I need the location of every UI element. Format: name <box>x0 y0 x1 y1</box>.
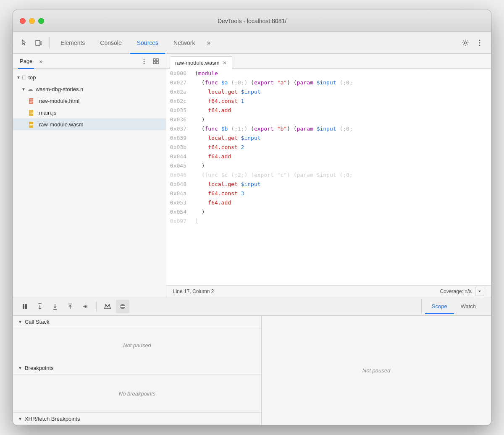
svg-text:JS: JS <box>30 112 33 115</box>
code-line-12: 0x046 (func $c (;2;) (export "c") (param… <box>166 170 491 180</box>
svg-rect-11 <box>156 59 158 61</box>
bottom-panel: Scope Watch ▼ Call Stack N <box>13 297 491 425</box>
debug-separator-1 <box>96 301 97 312</box>
status-right: Coverage: n/a <box>440 287 484 296</box>
tree-item-top[interactable]: ▼ □ top <box>13 71 166 83</box>
svg-point-9 <box>144 63 145 64</box>
code-line-5: 0x035 f64.add <box>166 106 491 115</box>
blackbox-btn[interactable] <box>101 300 114 313</box>
step-out-btn[interactable] <box>63 300 77 313</box>
call-stack-content: Not paused <box>13 328 261 362</box>
svg-rect-13 <box>156 62 158 64</box>
step-into-btn[interactable] <box>48 300 62 313</box>
svg-rect-1 <box>36 40 40 46</box>
panel-header-icons <box>139 56 161 66</box>
debug-right-tabs: Scope Watch <box>421 299 486 314</box>
svg-rect-12 <box>153 62 155 64</box>
main-toolbar: Elements Console Sources Network » <box>13 32 491 54</box>
deactivate-breakpoints-btn[interactable] <box>116 300 129 313</box>
svg-point-8 <box>144 60 145 62</box>
code-line-13: 0x048 local.get $input <box>166 180 491 189</box>
left-panel: Page » <box>13 54 166 297</box>
svg-point-7 <box>144 58 145 60</box>
devtools-window: DevTools - localhost:8081/ Elements Cons… <box>13 10 491 425</box>
tree-item-js[interactable]: JS main.js <box>13 107 166 118</box>
scope-content: Not paused <box>262 316 491 425</box>
pause-btn[interactable] <box>18 300 32 313</box>
code-line-15: 0x053 f64.add <box>166 198 491 207</box>
traffic-lights <box>20 18 44 24</box>
tree-item-wasm[interactable]: WM raw-module.wasm <box>13 118 166 130</box>
close-tab-btn[interactable]: ✕ <box>223 60 227 66</box>
debug-toolbar: Scope Watch <box>13 297 491 316</box>
svg-point-6 <box>479 45 480 46</box>
xhr-breakpoints-header[interactable]: ▼ XHR/fetch Breakpoints <box>13 412 261 425</box>
svg-point-4 <box>479 39 480 41</box>
coverage-status: Coverage: n/a <box>440 288 472 294</box>
device-toggle-btn[interactable] <box>32 37 45 49</box>
close-button[interactable] <box>20 18 26 24</box>
toolbar-right <box>459 37 486 49</box>
code-line-9: 0x03b f64.const 2 <box>166 143 491 152</box>
wasm-file-icon: WM <box>28 121 35 128</box>
svg-marker-19 <box>478 291 481 292</box>
frame-icon: □ <box>22 74 26 81</box>
more-options-btn[interactable] <box>473 37 486 49</box>
panel-more-btn[interactable] <box>139 56 149 66</box>
bottom-right-panel: Not paused <box>262 316 491 425</box>
tree-item-html[interactable]: raw-module.html <box>13 95 166 107</box>
title-bar: DevTools - localhost:8081/ <box>13 10 491 32</box>
scope-tab[interactable]: Scope <box>425 299 454 314</box>
tab-elements[interactable]: Elements <box>54 32 92 54</box>
right-panel: raw-module.wasm ✕ 0x000 (module <box>166 54 491 297</box>
breakpoints-header[interactable]: ▼ Breakpoints <box>13 362 261 375</box>
cursor-position: Line 17, Column 2 <box>173 288 214 294</box>
more-tabs-btn[interactable]: » <box>203 39 214 47</box>
svg-rect-20 <box>23 304 24 309</box>
tab-network[interactable]: Network <box>167 32 202 54</box>
code-line-10: 0x044 f64.add <box>166 152 491 161</box>
content-area: Page » <box>13 54 491 297</box>
svg-rect-2 <box>40 42 42 45</box>
svg-rect-21 <box>25 304 27 309</box>
page-tab[interactable]: Page <box>18 54 34 69</box>
code-line-3: 0x02a local.get $input <box>166 87 491 97</box>
tab-sources[interactable]: Sources <box>130 32 165 54</box>
code-line-6: 0x036 ) <box>166 115 491 124</box>
minimize-button[interactable] <box>29 18 35 24</box>
code-line-16: 0x054 ) <box>166 207 491 217</box>
breakpoints-arrow: ▼ <box>18 366 22 370</box>
js-file-icon: JS <box>28 109 35 116</box>
code-line-11: 0x045 ) <box>166 161 491 170</box>
breakpoints-content: No breakpoints <box>13 375 261 412</box>
svg-rect-10 <box>153 59 155 61</box>
code-tab-wasm[interactable]: raw-module.wasm ✕ <box>170 56 232 69</box>
window-title: DevTools - localhost:8081/ <box>218 18 286 24</box>
code-editor[interactable]: 0x000 (module 0x027 (func $a (;0;) (expo… <box>166 69 491 285</box>
call-stack-header[interactable]: ▼ Call Stack <box>13 316 261 328</box>
cursor-icon-btn[interactable] <box>18 37 31 49</box>
step-over-btn[interactable] <box>33 300 47 313</box>
left-panel-header: Page » <box>13 54 166 69</box>
coverage-dropdown-btn[interactable] <box>475 287 484 296</box>
code-line-2: 0x027 (func $a (;0;) (export "a") (param… <box>166 78 491 87</box>
code-line-8: 0x039 local.get $input <box>166 134 491 143</box>
watch-tab[interactable]: Watch <box>454 299 483 314</box>
settings-btn[interactable] <box>459 37 472 49</box>
toolbar-separator-1 <box>49 37 50 49</box>
more-panel-tabs-btn[interactable]: » <box>36 58 46 65</box>
code-line-17: 0x097 ) <box>166 217 491 226</box>
fullscreen-button[interactable] <box>38 18 44 24</box>
step-btn[interactable] <box>79 300 92 313</box>
tree-item-origin[interactable]: ▼ ☁ wasm-dbg-stories.n <box>13 83 166 95</box>
call-stack-arrow: ▼ <box>18 320 22 324</box>
tree-arrow-origin: ▼ <box>21 87 26 92</box>
panel-layout-btn[interactable] <box>151 56 161 66</box>
xhr-arrow: ▼ <box>18 417 22 421</box>
tree-arrow-top: ▼ <box>16 75 21 80</box>
code-status-bar: Line 17, Column 2 Coverage: n/a <box>166 285 491 297</box>
code-tabs: raw-module.wasm ✕ <box>166 54 491 69</box>
tab-console[interactable]: Console <box>93 32 128 54</box>
svg-point-3 <box>465 42 467 44</box>
bottom-split: ▼ Call Stack Not paused ▼ Breakpoints No… <box>13 316 491 425</box>
